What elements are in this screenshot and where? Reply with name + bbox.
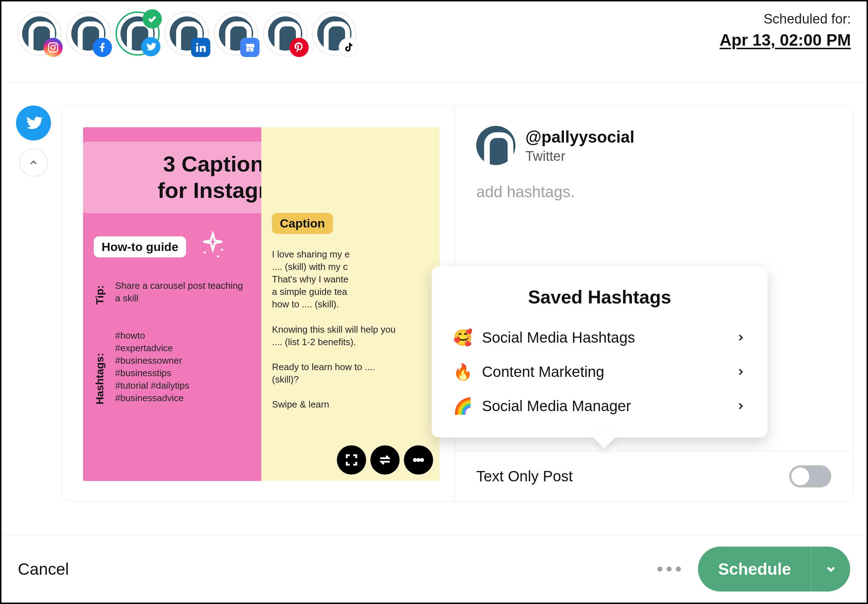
hashtag-group-label: Social Media Hashtags [482,329,635,346]
account-tiktok[interactable] [312,11,356,56]
account-platform: Twitter [525,149,634,164]
collapse-button[interactable] [19,148,48,177]
media-more-button[interactable] [404,445,433,475]
svg-point-9 [217,255,219,258]
chevron-down-icon [825,563,837,576]
emoji: 🌈 [453,397,473,415]
pinterest-icon [290,38,309,57]
svg-rect-0 [48,43,58,52]
account-row: @pallyysocial Twitter [455,106,852,169]
svg-point-7 [222,248,223,251]
check-icon [143,9,162,28]
header: G Scheduled for: Apr 13, 02:00 PM [2,2,866,83]
account-pinterest[interactable] [263,11,307,56]
schedule-button[interactable]: Schedule [698,547,850,592]
chevron-right-icon [735,332,746,343]
text-only-label: Text Only Post [476,468,573,485]
chevron-right-icon [735,401,746,411]
account-picker: G [17,11,356,56]
more-icon [411,453,426,467]
svg-point-10 [414,459,416,461]
svg-point-12 [421,459,423,461]
network-column [15,106,52,511]
account-twitter[interactable] [116,11,160,56]
emoji: 🥰 [453,328,473,347]
hashtags-text: #howto #expertadvice #businessowner #bus… [115,329,189,405]
text-only-toggle[interactable] [789,465,831,488]
composer-body: 3 Caption Prompts for Instagram Posts Ho… [2,83,866,511]
emoji: 🔥 [453,363,473,381]
fullscreen-button[interactable] [337,445,366,475]
tiktok-icon [339,38,358,57]
svg-point-8 [204,252,206,253]
post-card: 3 Caption Prompts for Instagram Posts Ho… [61,106,853,502]
post-image[interactable]: 3 Caption Prompts for Instagram Posts Ho… [83,127,440,481]
image-left-pill: How-to guide [94,236,186,258]
svg-point-1 [51,45,55,50]
account-instagram[interactable] [17,11,61,56]
svg-point-4 [196,43,198,45]
footer-more-button[interactable] [657,567,681,571]
sparkle-icon [197,231,229,263]
account-linkedin[interactable] [165,11,209,56]
hashtags-label: Hashtags: [94,329,106,405]
chevron-up-icon [28,157,39,168]
hashtag-group-1[interactable]: 🔥Content Marketing [452,355,747,389]
avatar [476,126,515,165]
google-icon: G [240,38,259,57]
hashtag-group-0[interactable]: 🥰Social Media Hashtags [452,321,747,355]
facebook-icon [93,38,112,57]
twitter-icon [23,113,43,133]
cancel-button[interactable]: Cancel [18,559,69,579]
chevron-right-icon [735,366,746,377]
schedule-label: Schedule [698,559,811,579]
footer: Cancel Schedule [2,535,866,602]
caption-placeholder[interactable]: add hashtags. [455,169,852,215]
swap-icon [378,453,392,467]
saved-hashtags-popover: Saved Hashtags 🥰Social Media Hashtags 🔥C… [432,266,767,438]
instagram-icon [43,38,63,57]
svg-rect-3 [196,46,198,52]
scheduled-for: Scheduled for: Apr 13, 02:00 PM [720,11,851,50]
svg-point-2 [55,44,57,46]
scheduled-label: Scheduled for: [720,11,851,27]
text-only-row: Text Only Post [455,451,852,502]
svg-text:G: G [248,48,251,52]
popover-title: Saved Hashtags [452,286,747,308]
tip-label: Tip: [94,279,106,304]
scheduled-datetime[interactable]: Apr 13, 02:00 PM [720,30,851,50]
twitter-icon [141,37,160,56]
account-handle: @pallyysocial [525,127,634,146]
swap-button[interactable] [370,445,400,475]
media-controls [337,445,433,475]
caption-text: I love sharing my e .... (skill) with my… [272,248,429,411]
hashtag-group-2[interactable]: 🌈Social Media Manager [452,389,747,423]
media-preview: 3 Caption Prompts for Instagram Posts Ho… [62,106,454,502]
tip-text: Share a carousel post teaching a skill [115,279,251,304]
svg-point-11 [417,459,420,461]
fullscreen-icon [344,453,359,467]
account-facebook[interactable] [66,11,110,56]
image-right-pill: Caption [272,213,333,234]
linkedin-icon [191,38,210,57]
hashtag-group-label: Content Marketing [482,363,604,380]
app-frame: G Scheduled for: Apr 13, 02:00 PM [0,0,868,604]
account-google[interactable]: G [214,11,258,56]
hashtag-group-label: Social Media Manager [482,397,631,415]
active-network-chip[interactable] [16,106,51,140]
schedule-dropdown[interactable] [811,547,850,592]
